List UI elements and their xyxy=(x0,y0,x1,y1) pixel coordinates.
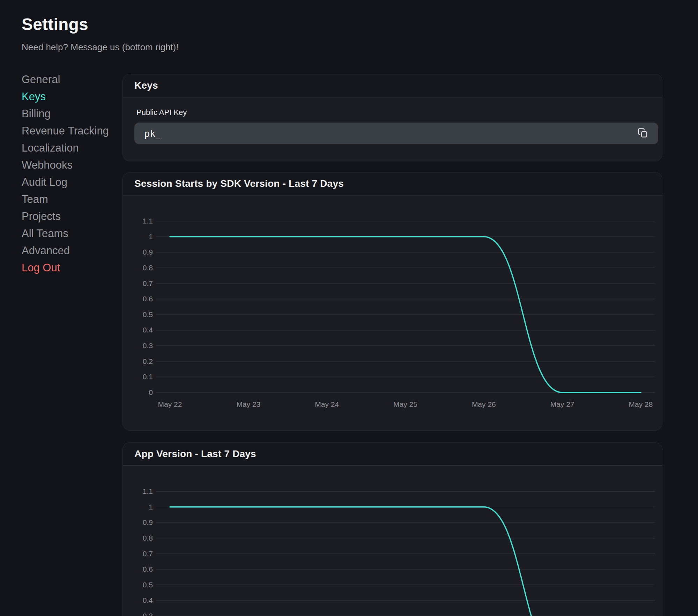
public-api-key-label: Public API Key xyxy=(136,108,187,117)
sidebar-item-general[interactable]: General xyxy=(22,71,112,88)
app-version-chart-canvas: 00.10.20.30.40.50.60.70.80.911.1May 22Ma… xyxy=(123,466,663,616)
y-tick-label: 1.1 xyxy=(143,217,153,225)
series-line xyxy=(170,507,641,616)
sidebar-item-all-teams[interactable]: All Teams xyxy=(22,225,112,242)
sidebar-item-audit-log[interactable]: Audit Log xyxy=(22,174,112,191)
public-api-key-input[interactable] xyxy=(134,123,658,144)
y-tick-label: 0.5 xyxy=(143,310,153,318)
page-subtitle: Need help? Message us (bottom right)! xyxy=(22,42,178,53)
y-tick-label: 1 xyxy=(149,233,153,241)
y-tick-label: 0.6 xyxy=(143,295,153,303)
public-api-key-field xyxy=(134,123,658,144)
session-starts-chart-header: Session Starts by SDK Version - Last 7 D… xyxy=(123,173,662,196)
sidebar-item-webhooks[interactable]: Webhooks xyxy=(22,156,112,174)
y-tick-label: 0.4 xyxy=(143,326,153,334)
y-tick-label: 0.8 xyxy=(143,534,153,542)
app-version-chart-title: App Version - Last 7 Days xyxy=(134,448,256,460)
y-tick-label: 0.3 xyxy=(143,612,153,616)
y-tick-label: 0.5 xyxy=(143,581,153,589)
y-tick-label: 0 xyxy=(149,388,153,396)
settings-nav: GeneralKeysBillingRevenue TrackingLocali… xyxy=(22,71,112,276)
y-tick-label: 0.8 xyxy=(143,264,153,272)
x-tick-label: May 24 xyxy=(315,400,339,408)
sidebar-item-advanced[interactable]: Advanced xyxy=(22,242,112,259)
y-tick-label: 0.9 xyxy=(143,518,153,526)
page-title: Settings xyxy=(22,15,88,34)
sidebar-item-revenue-tracking[interactable]: Revenue Tracking xyxy=(22,122,112,139)
sidebar-item-log-out[interactable]: Log Out xyxy=(22,259,112,276)
y-tick-label: 0.7 xyxy=(143,279,153,287)
x-tick-label: May 26 xyxy=(472,400,496,408)
x-tick-label: May 27 xyxy=(550,400,574,408)
app-version-chart-card: App Version - Last 7 Days 00.10.20.30.40… xyxy=(122,442,662,616)
y-tick-label: 1.1 xyxy=(143,487,153,495)
session-starts-chart-title: Session Starts by SDK Version - Last 7 D… xyxy=(134,178,344,189)
sidebar-item-keys[interactable]: Keys xyxy=(22,88,112,105)
app-version-chart-header: App Version - Last 7 Days xyxy=(123,443,662,466)
x-tick-label: May 28 xyxy=(629,400,653,408)
keys-card-header: Keys xyxy=(123,74,662,97)
y-tick-label: 1 xyxy=(149,503,153,511)
x-tick-label: May 25 xyxy=(393,400,417,408)
y-tick-label: 0.3 xyxy=(143,342,153,350)
y-tick-label: 0.1 xyxy=(143,373,153,381)
copy-icon xyxy=(638,128,648,139)
sidebar-item-team[interactable]: Team xyxy=(22,191,112,208)
y-tick-label: 0.9 xyxy=(143,248,153,256)
sidebar-item-projects[interactable]: Projects xyxy=(22,208,112,225)
sidebar-item-billing[interactable]: Billing xyxy=(22,105,112,122)
keys-card: Keys Public API Key xyxy=(122,74,662,161)
sidebar-item-localization[interactable]: Localization xyxy=(22,139,112,156)
session-starts-chart-canvas: 00.10.20.30.40.50.60.70.80.911.1May 22Ma… xyxy=(123,196,663,431)
session-starts-chart-card: Session Starts by SDK Version - Last 7 D… xyxy=(122,172,662,431)
x-tick-label: May 22 xyxy=(158,400,182,408)
y-tick-label: 0.7 xyxy=(143,550,153,558)
y-tick-label: 0.4 xyxy=(143,596,153,604)
keys-card-title: Keys xyxy=(134,80,158,91)
x-tick-label: May 23 xyxy=(236,400,260,408)
y-tick-label: 0.6 xyxy=(143,565,153,573)
y-tick-label: 0.2 xyxy=(143,357,153,365)
copy-api-key-button[interactable] xyxy=(635,126,651,141)
